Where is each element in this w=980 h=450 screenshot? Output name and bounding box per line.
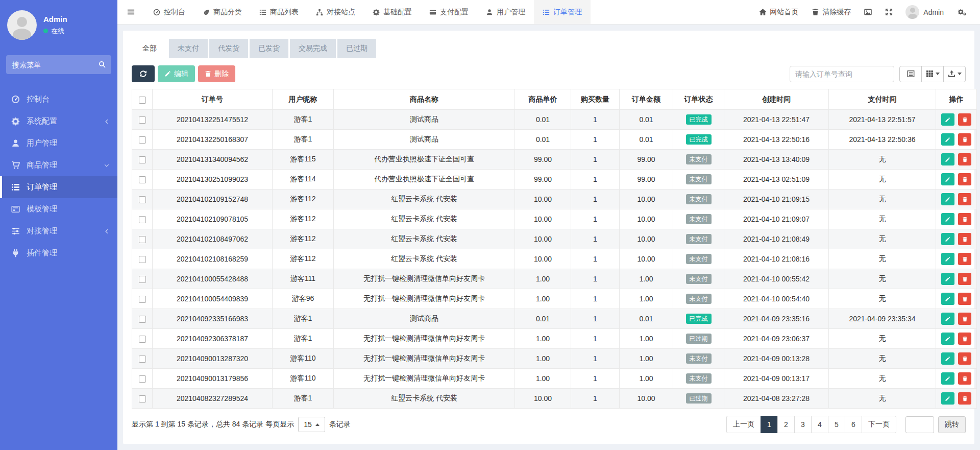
detail-view-button[interactable] [899,66,922,82]
page-button[interactable]: 3 [794,416,812,433]
select-all-checkbox[interactable] [139,97,146,104]
page-button[interactable]: 2 [777,416,795,433]
theme-button[interactable] [857,0,878,24]
row-edit-button[interactable] [941,153,954,165]
order-status-tab[interactable]: 未支付 [169,39,208,58]
order-search-input[interactable] [790,66,894,82]
next-page-button[interactable]: 下一页 [862,416,896,433]
row-checkbox[interactable] [139,176,146,183]
fullscreen-button[interactable] [878,0,899,24]
order-status-tab[interactable]: 代发货 [209,39,248,58]
page-jump-input[interactable] [905,416,934,433]
row-edit-button[interactable] [941,392,954,405]
row-checkbox[interactable] [139,136,146,144]
menu-search-input[interactable] [6,55,111,74]
row-delete-button[interactable] [958,213,971,225]
export-button[interactable] [943,66,966,82]
page-button[interactable]: 4 [811,416,828,433]
topnav-tab[interactable]: 订单管理 [534,0,591,24]
row-delete-button[interactable] [958,153,971,165]
topnav-tab[interactable]: 对接站点 [307,0,364,24]
row-delete-button[interactable] [958,352,971,365]
row-checkbox[interactable] [139,116,146,124]
topbar-avatar[interactable] [905,5,919,19]
topnav-tab[interactable]: 商品列表 [251,0,307,24]
row-checkbox[interactable] [139,296,146,303]
edit-button[interactable]: 编辑 [158,65,195,82]
page-button[interactable]: 6 [845,416,862,433]
row-delete-button[interactable] [958,253,971,265]
sidebar-item[interactable]: 控制台 [0,88,117,110]
row-checkbox[interactable] [139,156,146,163]
row-checkbox[interactable] [139,395,146,402]
row-edit-button[interactable] [941,133,954,146]
columns-button[interactable] [921,66,944,82]
user-nickname: 游客112 [273,249,334,269]
row-checkbox[interactable] [139,216,146,223]
page-jump-button[interactable]: 跳转 [938,416,966,433]
delete-button[interactable]: 删除 [198,65,235,82]
row-checkbox[interactable] [139,236,146,243]
row-checkbox[interactable] [139,336,146,343]
row-edit-button[interactable] [941,253,954,265]
row-edit-button[interactable] [941,372,954,385]
sidebar-item[interactable]: 模板管理 [0,198,117,220]
sidebar-item[interactable]: 对接管理 [0,220,117,242]
home-link[interactable]: 网站首页 [752,0,805,24]
prev-page-button[interactable]: 上一页 [726,416,761,433]
sidebar-item[interactable]: 插件管理 [0,242,117,264]
avatar[interactable] [7,10,37,40]
row-edit-button[interactable] [941,213,954,225]
topbar-username[interactable]: Admin [923,8,944,16]
topnav-tab[interactable]: 用户管理 [477,0,534,24]
row-checkbox[interactable] [139,276,146,283]
topnav-tab[interactable]: 商品分类 [194,0,251,24]
row-edit-button[interactable] [941,352,954,365]
page-button[interactable]: 5 [828,416,845,433]
user-nickname: 游客110 [273,369,334,389]
row-delete-button[interactable] [958,173,971,185]
sidebar-item[interactable]: 用户管理 [0,132,117,154]
row-edit-button[interactable] [941,173,954,185]
row-edit-button[interactable] [941,233,954,245]
topnav-tab[interactable]: 支付配置 [421,0,477,24]
row-edit-button[interactable] [941,113,954,126]
sidebar-item[interactable]: 订单管理 [0,176,117,198]
sidebar-item[interactable]: 系统配置 [0,110,117,132]
row-delete-button[interactable] [958,133,971,146]
row-edit-button[interactable] [941,313,954,325]
row-delete-button[interactable] [958,113,971,126]
row-edit-button[interactable] [941,333,954,345]
settings-button[interactable] [951,0,974,24]
row-delete-button[interactable] [958,273,971,285]
order-status-badge: 已完成 [686,314,712,324]
topnav-tab[interactable]: 控制台 [144,0,194,24]
row-checkbox[interactable] [139,316,146,323]
row-checkbox[interactable] [139,256,146,263]
row-checkbox[interactable] [139,375,146,383]
row-checkbox[interactable] [139,196,146,203]
refresh-button[interactable] [132,65,155,82]
row-delete-button[interactable] [958,372,971,385]
row-delete-button[interactable] [958,392,971,405]
row-edit-button[interactable] [941,273,954,285]
clear-cache-link[interactable]: 清除缓存 [805,0,857,24]
row-delete-button[interactable] [958,193,971,205]
row-edit-button[interactable] [941,293,954,305]
topnav-tab[interactable]: 基础配置 [364,0,421,24]
product-name: 测试商品 [334,130,515,150]
row-delete-button[interactable] [958,313,971,325]
order-status-tab[interactable]: 交易完成 [290,39,336,58]
row-edit-button[interactable] [941,193,954,205]
page-button[interactable]: 1 [761,416,778,433]
sidebar-item[interactable]: 商品管理 [0,154,117,176]
order-status-tab[interactable]: 已过期 [337,39,376,58]
page-size-select[interactable]: 15 [298,417,325,432]
order-status-tab[interactable]: 全部 [132,39,167,58]
row-delete-button[interactable] [958,333,971,345]
row-checkbox[interactable] [139,356,146,363]
sidebar-toggle-button[interactable] [117,0,144,24]
order-status-tab[interactable]: 已发货 [250,39,288,58]
row-delete-button[interactable] [958,293,971,305]
row-delete-button[interactable] [958,233,971,245]
